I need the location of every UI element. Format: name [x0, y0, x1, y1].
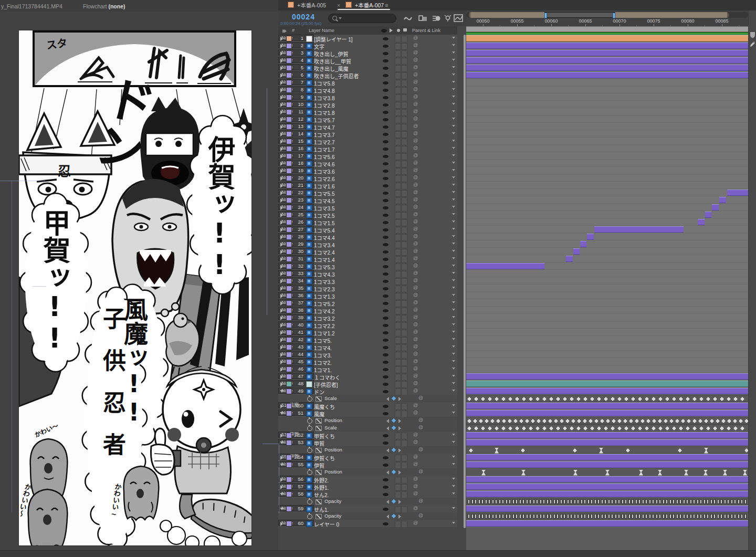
keyframe-icon[interactable] — [581, 514, 583, 519]
chevron-collapsed-icon[interactable] — [280, 191, 283, 195]
chevron-collapsed-icon[interactable] — [280, 176, 283, 181]
keyframe-icon[interactable] — [710, 514, 712, 519]
layer-row[interactable]: 4吹き出し__甲賀@None — [278, 57, 457, 64]
keyframe-icon[interactable] — [472, 418, 478, 424]
keyframe-icon[interactable] — [512, 418, 518, 424]
keyframe-icon[interactable] — [686, 418, 691, 424]
keyframe-icon[interactable] — [645, 514, 647, 519]
lock-cell[interactable] — [401, 352, 407, 359]
solo-cell[interactable] — [395, 374, 401, 381]
keyframe-icon[interactable] — [594, 499, 596, 504]
solo-cell[interactable] — [395, 337, 401, 344]
keyframe-icon[interactable] — [623, 396, 629, 402]
pickwhip-icon[interactable]: @ — [413, 278, 418, 283]
lock-cell[interactable] — [401, 315, 407, 322]
layer-duration-bar[interactable] — [719, 197, 726, 203]
keyframe-icon[interactable] — [669, 499, 671, 504]
layer-color-swatch[interactable] — [286, 146, 292, 152]
pickwhip-icon[interactable]: @ — [413, 241, 418, 246]
keyframe-icon[interactable] — [738, 418, 743, 424]
keyframe-icon[interactable] — [509, 499, 511, 504]
pickwhip-icon[interactable]: @ — [413, 263, 418, 268]
keyframe-icon[interactable] — [616, 425, 622, 431]
eye-icon[interactable] — [383, 317, 388, 320]
eye-icon[interactable] — [383, 508, 388, 511]
layer-row[interactable]: 231コマ4.5@None — [278, 196, 457, 204]
eye-icon[interactable] — [383, 52, 388, 55]
pickwhip-icon[interactable]: @ — [413, 138, 418, 143]
keyframe-icon[interactable] — [507, 396, 513, 402]
keyframe-icon[interactable] — [499, 514, 501, 519]
keyframe-icon[interactable] — [666, 514, 668, 519]
stopwatch-icon[interactable] — [307, 470, 312, 475]
keyframe-icon[interactable] — [717, 499, 719, 504]
chevron-collapsed-icon[interactable] — [280, 73, 283, 78]
keyframe-icon[interactable] — [599, 418, 605, 424]
keyframe-icon[interactable] — [615, 499, 617, 504]
keyframe-icon[interactable] — [547, 418, 553, 424]
lock-cell[interactable] — [401, 388, 407, 395]
stopwatch-icon[interactable] — [307, 418, 312, 424]
solo-cell[interactable] — [395, 256, 401, 263]
pickwhip-icon[interactable]: @ — [413, 204, 418, 209]
graph-icon[interactable] — [316, 499, 322, 505]
work-area-bar[interactable] — [466, 26, 748, 32]
layer-color-swatch[interactable] — [286, 286, 292, 291]
keyframe-icon[interactable] — [587, 514, 590, 519]
lock-cell[interactable] — [401, 322, 407, 329]
keyframe-icon[interactable] — [475, 514, 477, 519]
layer-color-swatch[interactable] — [286, 271, 292, 277]
keyframe-icon[interactable] — [635, 499, 637, 504]
solo-cell[interactable] — [395, 403, 401, 410]
pickwhip-icon[interactable]: @ — [413, 182, 418, 187]
chevron-collapsed-icon[interactable] — [280, 59, 283, 63]
solo-cell[interactable] — [395, 197, 401, 204]
pickwhip-icon[interactable]: @ — [413, 329, 418, 334]
property-row[interactable]: Scale@ — [278, 424, 457, 432]
solo-cell[interactable] — [395, 411, 401, 417]
chevron-collapsed-icon[interactable] — [280, 37, 283, 41]
pickwhip-icon[interactable]: @ — [413, 285, 418, 290]
keyframe-icon[interactable] — [724, 514, 726, 519]
lock-cell[interactable] — [401, 308, 407, 314]
keyframe-icon[interactable] — [533, 514, 535, 519]
comp-marker-bin-icon[interactable] — [750, 31, 755, 38]
lock-cell[interactable] — [401, 374, 407, 381]
layer-color-swatch[interactable] — [286, 352, 292, 358]
keyframe-icon[interactable] — [574, 499, 576, 504]
pickwhip-icon[interactable]: @ — [413, 160, 418, 165]
keyframe-icon[interactable] — [506, 499, 508, 504]
keyframe-icon[interactable] — [723, 470, 727, 476]
layer-duration-bar[interactable] — [466, 491, 748, 497]
eye-icon[interactable] — [383, 353, 388, 356]
layer-duration-bar[interactable] — [466, 432, 748, 438]
solo-cell[interactable] — [395, 175, 401, 182]
keyframe-at-time-icon[interactable] — [392, 470, 396, 474]
keyframe-icon[interactable] — [615, 514, 617, 519]
layer-row[interactable]: 111コマ1.8@None — [278, 108, 457, 115]
prev-keyframe-icon[interactable] — [386, 500, 389, 504]
keyframe-icon[interactable] — [543, 514, 545, 519]
keyframe-icon[interactable] — [727, 514, 729, 519]
chevron-collapsed-icon[interactable] — [280, 96, 283, 100]
keyframe-icon[interactable] — [663, 514, 665, 519]
chevron-collapsed-icon[interactable] — [280, 147, 283, 151]
eye-icon[interactable] — [383, 493, 388, 496]
solo-cell[interactable] — [395, 36, 401, 43]
keyframe-icon[interactable] — [732, 418, 738, 424]
layer-row[interactable]: 141コマ3.7@None — [278, 130, 457, 138]
layer-color-swatch[interactable] — [286, 139, 292, 144]
keyframe-icon[interactable] — [618, 514, 620, 519]
keyframe-icon[interactable] — [639, 470, 643, 476]
solo-cell[interactable] — [395, 308, 401, 314]
keyframe-icon[interactable] — [705, 396, 711, 402]
property-name[interactable]: Opacity — [324, 498, 341, 504]
keyframe-icon[interactable] — [659, 514, 661, 519]
keyframe-icon[interactable] — [596, 396, 602, 402]
keyframe-icon[interactable] — [570, 418, 576, 424]
stopwatch-icon[interactable] — [307, 499, 312, 505]
keyframe-icon[interactable] — [732, 396, 738, 402]
graph-icon[interactable] — [316, 426, 322, 431]
pickwhip-icon[interactable]: @ — [413, 403, 418, 408]
keyframe-icon[interactable] — [541, 425, 547, 431]
